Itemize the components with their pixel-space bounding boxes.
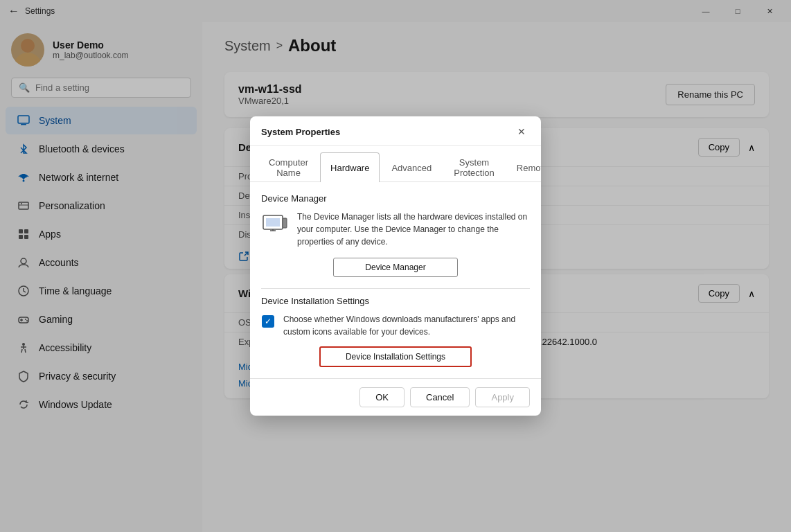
modal-body: Device Manager The Device Manager lists … bbox=[250, 182, 541, 378]
device-manager-section-title: Device Manager bbox=[261, 193, 530, 204]
tab-computer-name[interactable]: Computer Name bbox=[258, 152, 319, 182]
device-install-checkbox: ✓ bbox=[262, 315, 274, 328]
device-manager-button[interactable]: Device Manager bbox=[333, 258, 458, 277]
device-install-section-title: Device Installation Settings bbox=[261, 296, 530, 306]
modal-apply-button[interactable]: Apply bbox=[475, 387, 530, 407]
tab-system-protection[interactable]: System Protection bbox=[443, 152, 505, 182]
device-manager-row: The Device Manager lists all the hardwar… bbox=[261, 211, 530, 248]
modal-close-button[interactable]: ✕ bbox=[513, 123, 530, 140]
device-install-description: Choose whether Windows downloads manufac… bbox=[283, 313, 530, 338]
tab-hardware[interactable]: Hardware bbox=[320, 152, 380, 182]
modal-title-bar: System Properties ✕ bbox=[250, 116, 541, 146]
device-install-row: ✓ Choose whether Windows downloads manuf… bbox=[261, 313, 530, 338]
system-properties-modal: System Properties ✕ Computer Name Hardwa… bbox=[250, 116, 541, 416]
modal-divider bbox=[261, 288, 530, 289]
modal-cancel-button[interactable]: Cancel bbox=[410, 387, 470, 407]
device-manager-icon bbox=[261, 211, 289, 238]
device-install-checkbox-area[interactable]: ✓ bbox=[261, 314, 275, 328]
modal-overlay[interactable]: System Properties ✕ Computer Name Hardwa… bbox=[0, 0, 791, 532]
tab-remote[interactable]: Remote bbox=[506, 152, 541, 182]
device-installation-settings-button[interactable]: Device Installation Settings bbox=[319, 346, 472, 367]
modal-title: System Properties bbox=[261, 127, 340, 137]
svg-rect-19 bbox=[283, 218, 287, 228]
tab-advanced[interactable]: Advanced bbox=[381, 152, 442, 182]
modal-footer: OK Cancel Apply bbox=[250, 378, 541, 416]
modal-ok-button[interactable]: OK bbox=[359, 387, 405, 407]
modal-tabs: Computer Name Hardware Advanced System P… bbox=[250, 146, 541, 182]
device-manager-description: The Device Manager lists all the hardwar… bbox=[297, 211, 530, 248]
svg-rect-18 bbox=[266, 218, 280, 227]
